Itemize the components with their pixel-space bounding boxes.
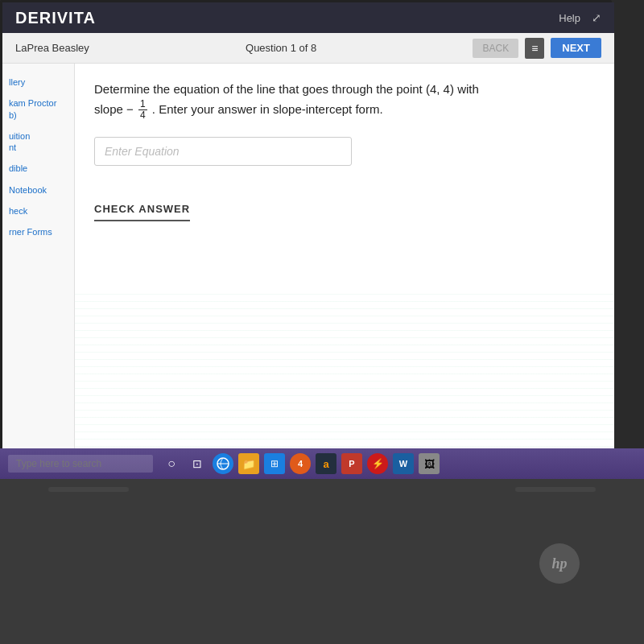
sidebar-item-corner-forms[interactable]: rner Forms xyxy=(2,221,74,242)
sidebar: llery kam Proctorb) uitionnt dible Noteb… xyxy=(2,64,75,453)
fraction-numerator: 1 xyxy=(138,99,147,110)
check-answer-button[interactable]: CHECK ANSWER xyxy=(94,198,190,221)
sub-header-actions: BACK ≡ NEXT xyxy=(473,38,601,59)
speaker-right xyxy=(515,487,596,492)
search-taskbar-icon[interactable]: ○ xyxy=(161,453,182,474)
sidebar-item-credible[interactable]: dible xyxy=(2,158,74,179)
amazon-icon[interactable]: a xyxy=(316,453,336,474)
folder-icon[interactable]: 📁 xyxy=(238,453,259,474)
question-text: Determine the equation of the line that … xyxy=(94,80,595,121)
question-text-part1: Determine the equation of the line that … xyxy=(94,82,479,96)
back-button[interactable]: BACK xyxy=(473,39,518,58)
equation-input[interactable] xyxy=(94,137,352,166)
question-text-slope: slope − 1 4 . Enter your answer in slope… xyxy=(94,102,383,116)
question-progress: Question 1 of 8 xyxy=(246,42,316,54)
taskbar-icons: ○ ⊡ 📁 ⊞ 4 a P ⚡ W 🖼 xyxy=(161,453,440,474)
screen: DERIVITA Help ⤢ LaPrea Beasley Question … xyxy=(2,2,614,453)
top-bar: DERIVITA Help ⤢ xyxy=(2,2,614,33)
sidebar-item-check[interactable]: heck xyxy=(2,200,74,221)
taskbar: ○ ⊡ 📁 ⊞ 4 a P ⚡ W 🖼 xyxy=(0,448,644,479)
speaker-left xyxy=(48,487,129,492)
top-bar-right: Help ⤢ xyxy=(559,11,601,24)
mail-icon[interactable]: 4 xyxy=(290,453,311,474)
next-button[interactable]: NEXT xyxy=(551,38,601,58)
main-layout: llery kam Proctorb) uitionnt dible Noteb… xyxy=(2,64,614,453)
equation-input-row xyxy=(94,137,595,166)
taskbar-search-input[interactable] xyxy=(8,455,153,473)
screen-container: DERIVITA Help ⤢ LaPrea Beasley Question … xyxy=(0,0,612,451)
sidebar-item-tuition[interactable]: uitionnt xyxy=(2,126,74,159)
laptop-body: hp xyxy=(0,479,644,644)
powerpoint-icon[interactable]: P xyxy=(341,453,362,474)
content-area: Determine the equation of the line that … xyxy=(75,64,614,453)
help-link[interactable]: Help xyxy=(559,12,580,24)
hp-logo: hp xyxy=(539,543,580,584)
expand-icon[interactable]: ⤢ xyxy=(592,11,601,24)
monitor: DERIVITA Help ⤢ LaPrea Beasley Question … xyxy=(0,0,644,644)
sidebar-item-notebook[interactable]: Notebook xyxy=(2,180,74,200)
browser-icon[interactable] xyxy=(213,453,233,474)
fraction-denominator: 4 xyxy=(138,110,147,121)
task-view-icon[interactable]: ⊡ xyxy=(187,453,208,474)
user-name: LaPrea Beasley xyxy=(15,42,89,54)
question-text-part3: . Enter your answer in slope-intercept f… xyxy=(152,102,383,116)
menu-button[interactable]: ≡ xyxy=(525,38,544,59)
photo-icon[interactable]: 🖼 xyxy=(419,453,440,474)
sub-header: LaPrea Beasley Question 1 of 8 BACK ≡ NE… xyxy=(2,33,614,64)
word-icon[interactable]: W xyxy=(393,453,414,474)
sidebar-item-proctor[interactable]: kam Proctorb) xyxy=(2,93,74,126)
lightning-icon[interactable]: ⚡ xyxy=(367,453,388,474)
derivita-logo: DERIVITA xyxy=(15,9,96,27)
fraction: 1 4 xyxy=(138,99,147,121)
windows-icon[interactable]: ⊞ xyxy=(264,453,285,474)
sidebar-item-gallery[interactable]: llery xyxy=(2,72,74,93)
